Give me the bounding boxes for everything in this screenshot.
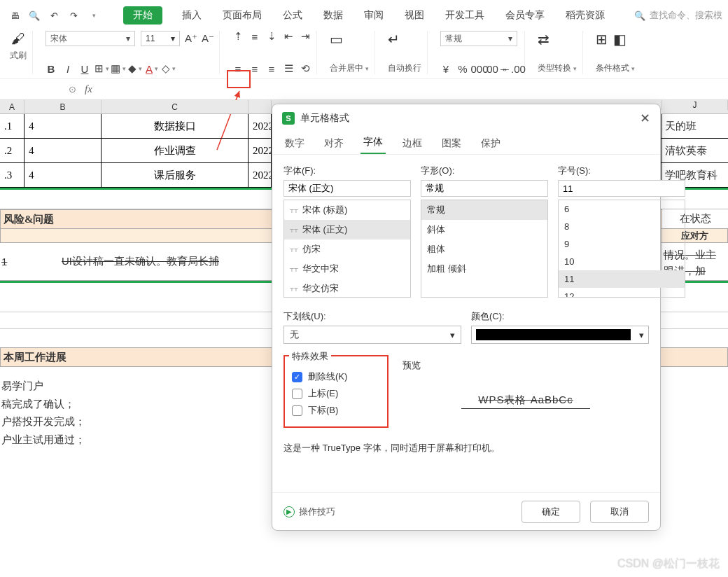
tab-review[interactable]: 审阅	[363, 6, 385, 25]
list-item[interactable]: ᴛᴛ仿宋	[284, 239, 410, 259]
indent-inc-icon[interactable]: ⇥	[300, 31, 311, 42]
cell[interactable]: 4	[24, 139, 102, 162]
list-item[interactable]: 9	[559, 235, 685, 253]
indent-dec-icon[interactable]: ⇤	[283, 31, 294, 42]
list-item[interactable]: 加粗 倾斜	[421, 259, 547, 279]
font-listbox[interactable]: ᴛᴛ宋体 (标题) ᴛᴛ宋体 (正文) ᴛᴛ仿宋 ᴛᴛ华文中宋 ᴛᴛ华文仿宋 ᴛ…	[284, 200, 411, 298]
list-item[interactable]: 10	[559, 253, 685, 270]
redo-icon[interactable]: ↷	[67, 9, 80, 22]
list-item[interactable]: 常规	[421, 200, 547, 220]
tab-protect[interactable]: 保护	[478, 133, 503, 154]
preview-icon[interactable]: 🔍	[28, 9, 41, 22]
list-item[interactable]: ᴛᴛ华文仿宋	[284, 279, 410, 298]
tab-page-layout[interactable]: 页面布局	[221, 6, 263, 25]
qat-more-icon[interactable]	[87, 9, 99, 22]
cell[interactable]: 4	[24, 114, 102, 138]
orientation-icon[interactable]: ⟲	[300, 63, 311, 74]
tab-number[interactable]: 数字	[282, 133, 307, 154]
close-icon[interactable]: ✕	[640, 111, 650, 126]
cell-style-icon[interactable]: ▦	[113, 63, 124, 74]
underline-icon[interactable]: U	[79, 63, 90, 74]
list-item[interactable]: 8	[559, 218, 685, 235]
size-input[interactable]	[558, 180, 685, 197]
list-item[interactable]: 11	[559, 270, 685, 288]
align-center-icon[interactable]: ≡	[249, 63, 260, 74]
fill-color-icon[interactable]: ◆	[130, 63, 141, 74]
tab-start[interactable]: 开始	[123, 6, 162, 25]
font-input[interactable]	[284, 180, 411, 197]
cond-fmt-icon[interactable]: ⊞	[596, 31, 608, 48]
col-header-d[interactable]	[248, 100, 272, 113]
decrease-font-icon[interactable]: A⁻	[202, 33, 214, 44]
percent-icon[interactable]: %	[457, 63, 468, 74]
align-bottom-icon[interactable]: ⇣	[266, 31, 277, 42]
formula-input[interactable]	[92, 82, 728, 97]
borders-icon[interactable]: ⊞	[96, 63, 107, 74]
color-select[interactable]: ▾	[471, 326, 649, 344]
type-convert-label[interactable]: 类型转换	[538, 62, 577, 74]
wrap-icon[interactable]: ↵	[388, 31, 421, 48]
cell[interactable]: 2022	[248, 163, 272, 187]
strikethrough-checkbox[interactable]: ✓ 删除线(K)	[292, 370, 380, 383]
merge-label[interactable]: 合并居中	[330, 62, 369, 74]
tab-daoke[interactable]: 稻壳资源	[564, 6, 606, 25]
size-listbox[interactable]: 6 8 9 10 11 12	[558, 200, 685, 298]
font-size-select[interactable]: 11▾	[141, 31, 180, 46]
print-icon[interactable]: 🖶	[8, 9, 21, 22]
tab-formula[interactable]: 公式	[281, 6, 304, 25]
underline-select[interactable]: 无▾	[284, 326, 461, 344]
tab-border[interactable]: 边框	[400, 133, 425, 154]
cancel-button[interactable]: 取消	[590, 501, 649, 523]
cell[interactable]: 清软英泰	[662, 139, 728, 163]
align-top-icon[interactable]: ⇡	[232, 31, 244, 42]
italic-icon[interactable]: I	[62, 63, 74, 74]
cell[interactable]: 2022	[248, 139, 272, 162]
name-box[interactable]	[3, 82, 66, 97]
list-item[interactable]: ᴛᴛ华文中宋	[284, 259, 410, 279]
col-header-c[interactable]: C	[102, 100, 248, 113]
list-item[interactable]: 12	[559, 288, 685, 298]
undo-icon[interactable]: ↶	[48, 9, 60, 22]
subscript-checkbox[interactable]: 下标(B)	[292, 404, 380, 417]
distribute-icon[interactable]: ☰	[283, 63, 294, 74]
superscript-checkbox[interactable]: 上标(E)	[292, 387, 380, 400]
cond-fmt-label[interactable]: 条件格式	[596, 62, 635, 74]
list-item[interactable]: ᴛᴛ宋体 (标题)	[284, 200, 410, 220]
align-middle-icon[interactable]: ≡	[249, 31, 260, 42]
style-input[interactable]	[421, 180, 548, 197]
cell[interactable]: .1	[0, 114, 24, 138]
cell[interactable]: .2	[0, 139, 24, 162]
cell[interactable]: 天的班	[662, 114, 728, 139]
ok-button[interactable]: 确定	[522, 501, 580, 523]
merge-icon[interactable]: ▭	[330, 31, 369, 48]
cell[interactable]: 课后服务	[102, 163, 248, 187]
tab-view[interactable]: 视图	[403, 6, 426, 25]
style-listbox[interactable]: 常规 斜体 粗体 加粗 倾斜	[421, 200, 548, 298]
tab-font[interactable]: 字体	[360, 132, 386, 154]
list-item[interactable]: 6	[559, 200, 685, 218]
clear-format-icon[interactable]: ◇	[163, 63, 174, 74]
tab-dev[interactable]: 开发工具	[444, 6, 486, 25]
cell[interactable]: .3	[0, 163, 24, 187]
search-area[interactable]: 🔍 查找命令、搜索模	[634, 9, 722, 22]
tab-pattern[interactable]: 图案	[439, 133, 464, 154]
number-format-select[interactable]: 常规▾	[440, 31, 517, 46]
tab-insert[interactable]: 插入	[181, 6, 203, 25]
font-color-icon[interactable]: A	[146, 63, 158, 74]
tab-data[interactable]: 数据	[322, 6, 344, 25]
cell[interactable]: 2022	[248, 114, 272, 138]
tab-member[interactable]: 会员专享	[504, 6, 546, 25]
bold-icon[interactable]: B	[46, 63, 57, 74]
tab-align[interactable]: 对齐	[321, 133, 346, 154]
font-name-select[interactable]: 宋体▾	[46, 31, 135, 46]
list-item[interactable]: 斜体	[421, 220, 547, 239]
cell[interactable]: 数据接口	[102, 114, 248, 138]
format-brush-icon[interactable]: 🖌	[11, 31, 25, 47]
col-header-j[interactable]: J	[662, 100, 728, 110]
cell-styles-icon[interactable]: ◧	[613, 31, 626, 48]
list-item[interactable]: ᴛᴛ宋体 (正文)	[284, 220, 410, 239]
list-item[interactable]: 粗体	[421, 239, 547, 259]
col-header-a[interactable]: A	[0, 100, 24, 113]
cell[interactable]: 4	[24, 163, 102, 187]
type-convert-icon[interactable]: ⇄	[538, 31, 577, 48]
